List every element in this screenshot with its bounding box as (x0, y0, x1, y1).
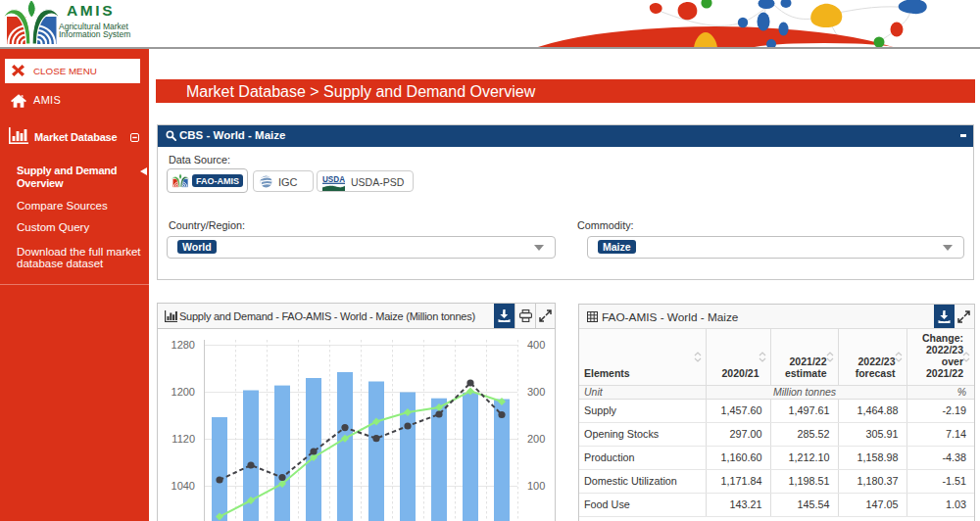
svg-text:100: 100 (527, 480, 545, 492)
svg-text:Information System: Information System (59, 29, 130, 39)
svg-text:1040: 1040 (172, 480, 195, 492)
svg-text:AMIS: AMIS (67, 2, 115, 19)
svg-text:1120: 1120 (172, 433, 195, 445)
svg-text:300: 300 (527, 386, 545, 398)
svg-text:1280: 1280 (172, 339, 195, 351)
svg-text:400: 400 (527, 339, 545, 351)
svg-text:USDA: USDA (322, 173, 345, 184)
svg-text:200: 200 (527, 433, 545, 445)
svg-text:1200: 1200 (172, 386, 195, 398)
